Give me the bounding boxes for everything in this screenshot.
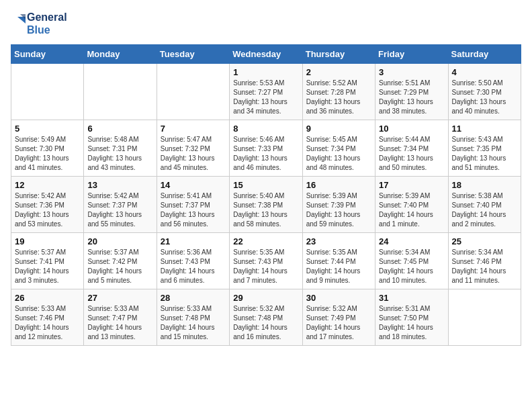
- day-number: 29: [233, 293, 298, 303]
- day-content: Sunrise: 5:35 AM Sunset: 7:44 PM Dayligh…: [306, 248, 371, 285]
- weekday-header-friday: Friday: [375, 45, 448, 64]
- day-number: 19: [15, 236, 80, 246]
- calendar-cell: [157, 64, 229, 120]
- day-number: 5: [15, 124, 80, 134]
- calendar-cell: 17Sunrise: 5:39 AM Sunset: 7:40 PM Dayli…: [375, 177, 448, 233]
- day-content: Sunrise: 5:32 AM Sunset: 7:49 PM Dayligh…: [306, 304, 371, 342]
- day-number: 18: [452, 180, 517, 190]
- calendar-cell: 14Sunrise: 5:41 AM Sunset: 7:37 PM Dayli…: [157, 177, 229, 233]
- calendar-cell: 4Sunrise: 5:50 AM Sunset: 7:30 PM Daylig…: [448, 64, 521, 120]
- calendar-cell: 13Sunrise: 5:42 AM Sunset: 7:37 PM Dayli…: [84, 177, 157, 233]
- weekday-header-sunday: Sunday: [11, 45, 84, 64]
- calendar-cell: 3Sunrise: 5:51 AM Sunset: 7:29 PM Daylig…: [375, 64, 448, 120]
- day-number: 11: [452, 124, 517, 134]
- day-number: 7: [161, 124, 226, 134]
- day-content: Sunrise: 5:37 AM Sunset: 7:41 PM Dayligh…: [15, 248, 80, 285]
- day-number: 16: [306, 180, 371, 190]
- calendar-cell: 23Sunrise: 5:35 AM Sunset: 7:44 PM Dayli…: [302, 233, 375, 289]
- calendar-cell: [84, 64, 157, 120]
- day-number: 28: [161, 293, 226, 303]
- day-content: Sunrise: 5:33 AM Sunset: 7:47 PM Dayligh…: [87, 304, 152, 342]
- day-number: 3: [379, 67, 444, 77]
- logo-general: General: [27, 11, 67, 24]
- day-content: Sunrise: 5:33 AM Sunset: 7:48 PM Dayligh…: [161, 304, 226, 342]
- day-content: Sunrise: 5:46 AM Sunset: 7:33 PM Dayligh…: [233, 135, 298, 173]
- week-row-5: 26Sunrise: 5:33 AM Sunset: 7:46 PM Dayli…: [11, 289, 521, 346]
- day-content: Sunrise: 5:52 AM Sunset: 7:28 PM Dayligh…: [306, 79, 371, 116]
- calendar-cell: 30Sunrise: 5:32 AM Sunset: 7:49 PM Dayli…: [302, 289, 375, 346]
- day-content: Sunrise: 5:50 AM Sunset: 7:30 PM Dayligh…: [452, 79, 517, 116]
- day-number: 6: [87, 124, 152, 134]
- day-number: 2: [306, 67, 371, 77]
- calendar-cell: 27Sunrise: 5:33 AM Sunset: 7:47 PM Dayli…: [84, 289, 157, 346]
- calendar-cell: 8Sunrise: 5:46 AM Sunset: 7:33 PM Daylig…: [230, 120, 302, 177]
- day-number: 12: [15, 180, 80, 190]
- day-content: Sunrise: 5:38 AM Sunset: 7:40 PM Dayligh…: [452, 191, 517, 229]
- calendar-cell: 20Sunrise: 5:37 AM Sunset: 7:42 PM Dayli…: [84, 233, 157, 289]
- weekday-header-tuesday: Tuesday: [157, 45, 229, 64]
- calendar-cell: 12Sunrise: 5:42 AM Sunset: 7:36 PM Dayli…: [11, 177, 84, 233]
- day-number: 26: [15, 293, 80, 303]
- weekday-header-row: SundayMondayTuesdayWednesdayThursdayFrid…: [11, 45, 521, 64]
- day-number: 31: [379, 293, 444, 303]
- day-number: 30: [306, 293, 371, 303]
- calendar-cell: 25Sunrise: 5:34 AM Sunset: 7:46 PM Dayli…: [448, 233, 521, 289]
- day-content: Sunrise: 5:35 AM Sunset: 7:43 PM Dayligh…: [233, 248, 298, 285]
- day-content: Sunrise: 5:41 AM Sunset: 7:37 PM Dayligh…: [161, 191, 226, 229]
- day-number: 17: [379, 180, 444, 190]
- calendar-cell: 24Sunrise: 5:34 AM Sunset: 7:45 PM Dayli…: [375, 233, 448, 289]
- day-number: 20: [87, 236, 152, 246]
- calendar-cell: 16Sunrise: 5:39 AM Sunset: 7:39 PM Dayli…: [302, 177, 375, 233]
- day-content: Sunrise: 5:42 AM Sunset: 7:37 PM Dayligh…: [87, 191, 152, 229]
- day-content: Sunrise: 5:33 AM Sunset: 7:46 PM Dayligh…: [15, 304, 80, 342]
- calendar-cell: 18Sunrise: 5:38 AM Sunset: 7:40 PM Dayli…: [448, 177, 521, 233]
- calendar-cell: 10Sunrise: 5:44 AM Sunset: 7:34 PM Dayli…: [375, 120, 448, 177]
- calendar-cell: 21Sunrise: 5:36 AM Sunset: 7:43 PM Dayli…: [157, 233, 229, 289]
- page-header: General Blue: [11, 11, 521, 36]
- calendar-cell: 15Sunrise: 5:40 AM Sunset: 7:38 PM Dayli…: [230, 177, 302, 233]
- day-content: Sunrise: 5:34 AM Sunset: 7:46 PM Dayligh…: [452, 248, 517, 285]
- day-number: 22: [233, 236, 298, 246]
- day-content: Sunrise: 5:45 AM Sunset: 7:34 PM Dayligh…: [306, 135, 371, 173]
- calendar-cell: 2Sunrise: 5:52 AM Sunset: 7:28 PM Daylig…: [302, 64, 375, 120]
- day-number: 8: [233, 124, 298, 134]
- logo: General Blue: [11, 11, 67, 36]
- day-number: 4: [452, 67, 517, 77]
- day-number: 23: [306, 236, 371, 246]
- day-number: 14: [161, 180, 226, 190]
- calendar-cell: [448, 289, 521, 346]
- calendar-cell: 9Sunrise: 5:45 AM Sunset: 7:34 PM Daylig…: [302, 120, 375, 177]
- day-number: 13: [87, 180, 152, 190]
- logo-blue: Blue: [27, 24, 67, 36]
- calendar-cell: 5Sunrise: 5:49 AM Sunset: 7:30 PM Daylig…: [11, 120, 84, 177]
- calendar-cell: 28Sunrise: 5:33 AM Sunset: 7:48 PM Dayli…: [157, 289, 229, 346]
- day-content: Sunrise: 5:44 AM Sunset: 7:34 PM Dayligh…: [379, 135, 444, 173]
- day-number: 10: [379, 124, 444, 134]
- calendar-table: SundayMondayTuesdayWednesdayThursdayFrid…: [11, 44, 521, 346]
- day-content: Sunrise: 5:31 AM Sunset: 7:50 PM Dayligh…: [379, 304, 444, 342]
- day-content: Sunrise: 5:34 AM Sunset: 7:45 PM Dayligh…: [379, 248, 444, 285]
- calendar-cell: 31Sunrise: 5:31 AM Sunset: 7:50 PM Dayli…: [375, 289, 448, 346]
- calendar-cell: 11Sunrise: 5:43 AM Sunset: 7:35 PM Dayli…: [448, 120, 521, 177]
- day-content: Sunrise: 5:48 AM Sunset: 7:31 PM Dayligh…: [87, 135, 152, 173]
- week-row-2: 5Sunrise: 5:49 AM Sunset: 7:30 PM Daylig…: [11, 120, 521, 177]
- calendar-cell: 29Sunrise: 5:32 AM Sunset: 7:48 PM Dayli…: [230, 289, 302, 346]
- day-number: 24: [379, 236, 444, 246]
- week-row-4: 19Sunrise: 5:37 AM Sunset: 7:41 PM Dayli…: [11, 233, 521, 289]
- week-row-3: 12Sunrise: 5:42 AM Sunset: 7:36 PM Dayli…: [11, 177, 521, 233]
- day-content: Sunrise: 5:51 AM Sunset: 7:29 PM Dayligh…: [379, 79, 444, 116]
- calendar-cell: 7Sunrise: 5:47 AM Sunset: 7:32 PM Daylig…: [157, 120, 229, 177]
- calendar-cell: 1Sunrise: 5:53 AM Sunset: 7:27 PM Daylig…: [230, 64, 302, 120]
- weekday-header-thursday: Thursday: [302, 45, 375, 64]
- day-number: 27: [87, 293, 152, 303]
- logo-bird-icon: [11, 14, 26, 33]
- calendar-cell: 26Sunrise: 5:33 AM Sunset: 7:46 PM Dayli…: [11, 289, 84, 346]
- calendar-cell: [11, 64, 84, 120]
- day-content: Sunrise: 5:53 AM Sunset: 7:27 PM Dayligh…: [233, 79, 298, 116]
- calendar-cell: 19Sunrise: 5:37 AM Sunset: 7:41 PM Dayli…: [11, 233, 84, 289]
- calendar-cell: 6Sunrise: 5:48 AM Sunset: 7:31 PM Daylig…: [84, 120, 157, 177]
- day-number: 15: [233, 180, 298, 190]
- week-row-1: 1Sunrise: 5:53 AM Sunset: 7:27 PM Daylig…: [11, 64, 521, 120]
- weekday-header-wednesday: Wednesday: [230, 45, 302, 64]
- day-content: Sunrise: 5:43 AM Sunset: 7:35 PM Dayligh…: [452, 135, 517, 173]
